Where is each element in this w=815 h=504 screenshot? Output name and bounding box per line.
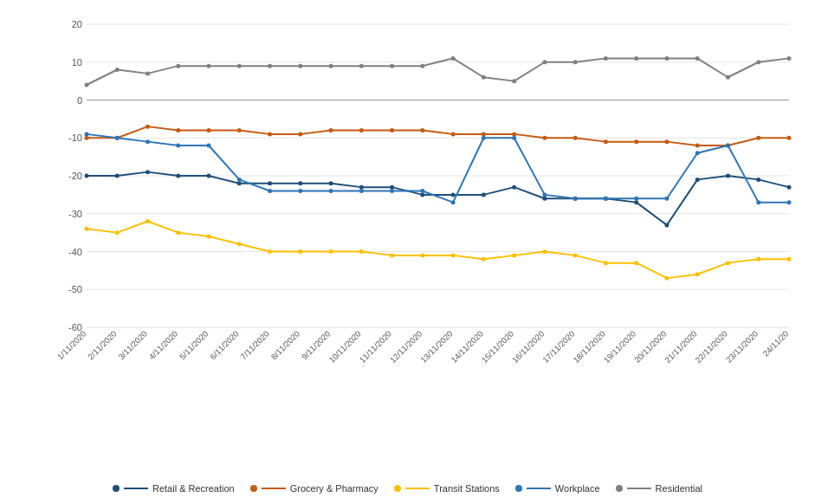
svg-point-104 bbox=[512, 253, 516, 257]
svg-point-155 bbox=[604, 56, 608, 61]
svg-text:-50: -50 bbox=[68, 284, 82, 294]
svg-point-139 bbox=[115, 68, 120, 72]
svg-point-109 bbox=[664, 276, 669, 281]
svg-point-111 bbox=[726, 261, 730, 265]
svg-point-161 bbox=[787, 56, 792, 61]
svg-point-158 bbox=[695, 56, 700, 61]
svg-point-103 bbox=[482, 257, 486, 262]
svg-point-146 bbox=[329, 64, 333, 68]
svg-point-78 bbox=[451, 132, 456, 136]
legend-line bbox=[124, 488, 148, 489]
svg-point-157 bbox=[664, 56, 669, 61]
svg-point-52 bbox=[390, 185, 394, 190]
svg-point-62 bbox=[695, 178, 700, 182]
svg-point-66 bbox=[85, 136, 89, 140]
svg-point-55 bbox=[482, 192, 486, 197]
svg-point-101 bbox=[420, 253, 424, 257]
svg-point-97 bbox=[298, 249, 302, 254]
legend-line bbox=[627, 488, 651, 489]
svg-point-150 bbox=[451, 56, 456, 61]
svg-text:5/11/2020: 5/11/2020 bbox=[178, 329, 210, 362]
svg-point-137 bbox=[787, 200, 792, 204]
svg-point-71 bbox=[237, 128, 242, 132]
svg-text:7/11/2020: 7/11/2020 bbox=[238, 329, 271, 362]
svg-point-100 bbox=[390, 253, 394, 257]
svg-point-51 bbox=[359, 185, 364, 190]
legend-line bbox=[527, 488, 551, 489]
legend-dot bbox=[394, 485, 401, 492]
svg-text:-30: -30 bbox=[68, 209, 82, 219]
svg-point-77 bbox=[420, 128, 424, 132]
legend-dot bbox=[113, 485, 120, 492]
legend-line bbox=[262, 488, 286, 489]
svg-point-130 bbox=[573, 197, 578, 201]
legend-item: Retail & Recreation bbox=[113, 483, 235, 494]
svg-text:14/11/2020: 14/11/2020 bbox=[449, 329, 484, 365]
svg-point-49 bbox=[298, 181, 302, 185]
svg-point-119 bbox=[237, 178, 242, 182]
svg-point-108 bbox=[634, 261, 638, 265]
legend-label: Residential bbox=[656, 483, 702, 494]
svg-point-82 bbox=[573, 136, 578, 140]
svg-point-152 bbox=[512, 79, 516, 83]
svg-point-90 bbox=[85, 227, 89, 231]
svg-point-44 bbox=[146, 170, 150, 174]
svg-point-160 bbox=[756, 60, 760, 64]
svg-text:-20: -20 bbox=[68, 171, 82, 181]
svg-point-105 bbox=[542, 249, 547, 254]
svg-point-127 bbox=[482, 136, 486, 140]
legend-item: Transit Stations bbox=[394, 483, 500, 494]
svg-point-76 bbox=[390, 128, 394, 132]
svg-text:-10: -10 bbox=[68, 132, 82, 143]
svg-text:18/11/2020: 18/11/2020 bbox=[571, 329, 606, 365]
svg-text:1/11/2020: 1/11/2020 bbox=[55, 329, 88, 362]
legend-label: Transit Stations bbox=[434, 483, 500, 494]
svg-point-83 bbox=[604, 139, 608, 144]
svg-point-121 bbox=[298, 189, 302, 193]
svg-text:10: 10 bbox=[72, 57, 82, 68]
legend-dot bbox=[515, 485, 522, 492]
svg-point-124 bbox=[390, 189, 394, 193]
legend-item: Grocery & Pharmacy bbox=[250, 483, 378, 494]
svg-point-141 bbox=[176, 64, 180, 68]
svg-point-94 bbox=[207, 235, 211, 239]
svg-point-128 bbox=[512, 136, 516, 140]
svg-point-96 bbox=[268, 249, 272, 254]
svg-point-80 bbox=[512, 132, 516, 136]
svg-text:4/11/2020: 4/11/2020 bbox=[147, 329, 180, 362]
svg-point-110 bbox=[695, 272, 700, 276]
svg-point-56 bbox=[512, 185, 516, 190]
svg-point-43 bbox=[115, 174, 120, 178]
svg-point-102 bbox=[451, 253, 456, 257]
svg-point-61 bbox=[664, 223, 669, 227]
svg-point-151 bbox=[482, 75, 486, 80]
svg-point-159 bbox=[726, 75, 730, 80]
svg-text:6/11/2020: 6/11/2020 bbox=[208, 329, 241, 362]
svg-point-122 bbox=[329, 189, 333, 193]
svg-text:22/11/2020: 22/11/2020 bbox=[693, 329, 728, 365]
svg-text:12/11/2020: 12/11/2020 bbox=[388, 329, 424, 365]
svg-point-107 bbox=[604, 261, 608, 265]
legend-item: Residential bbox=[616, 483, 702, 494]
svg-text:23/11/2020: 23/11/2020 bbox=[724, 329, 760, 365]
svg-point-63 bbox=[726, 174, 730, 178]
svg-text:20/11/2020: 20/11/2020 bbox=[632, 329, 668, 365]
svg-point-133 bbox=[664, 197, 669, 201]
svg-point-86 bbox=[695, 144, 700, 148]
svg-point-89 bbox=[787, 136, 792, 140]
svg-point-53 bbox=[420, 192, 424, 197]
legend-item: Workplace bbox=[515, 483, 600, 494]
svg-text:8/11/2020: 8/11/2020 bbox=[269, 329, 302, 362]
svg-point-131 bbox=[604, 197, 608, 201]
chart-area: 20100-10-20-30-40-50-601/11/20202/11/202… bbox=[48, 16, 798, 379]
svg-point-125 bbox=[420, 189, 424, 193]
svg-point-88 bbox=[756, 136, 760, 140]
svg-point-143 bbox=[237, 64, 242, 68]
chart-container: 20100-10-20-30-40-50-601/11/20202/11/202… bbox=[0, 0, 815, 504]
legend-label: Workplace bbox=[555, 483, 600, 494]
svg-point-72 bbox=[268, 132, 272, 136]
svg-point-93 bbox=[176, 230, 180, 235]
svg-point-65 bbox=[787, 185, 792, 190]
svg-point-106 bbox=[573, 253, 578, 257]
legend-dot bbox=[616, 485, 623, 492]
